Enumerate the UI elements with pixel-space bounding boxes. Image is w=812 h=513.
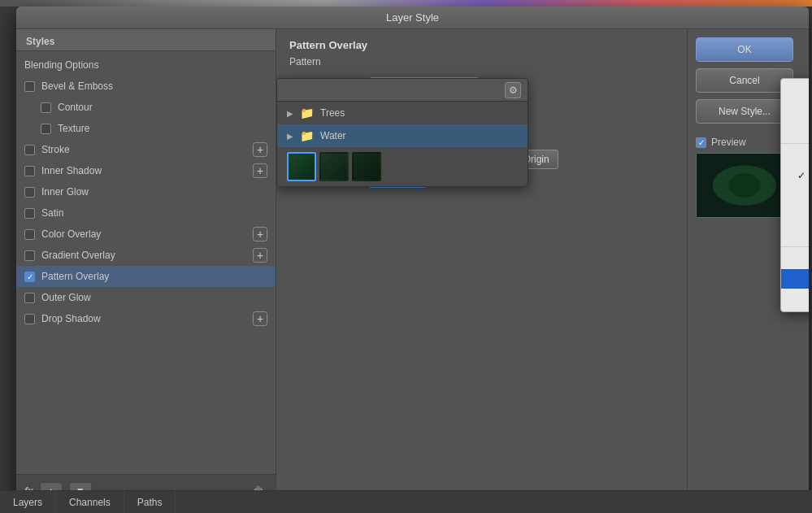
gradient-overlay-label: Gradient Overlay xyxy=(41,250,253,261)
drop-shadow-label: Drop Shadow xyxy=(41,313,253,324)
trees-arrow-icon: ▶ xyxy=(287,109,293,118)
ctx-separator-2 xyxy=(781,246,809,247)
tree-header: ⚙ xyxy=(277,79,528,102)
satin-checkbox[interactable] xyxy=(24,208,35,219)
inner-shadow-plus-button[interactable]: + xyxy=(253,163,267,178)
bevel-emboss-label: Bevel & Emboss xyxy=(41,80,267,92)
svg-point-2 xyxy=(728,173,760,198)
stroke-plus-button[interactable]: + xyxy=(253,142,267,157)
ctx-small-list[interactable]: Small List xyxy=(781,205,809,224)
ctx-separator-1 xyxy=(781,143,809,144)
top-bar xyxy=(0,0,812,7)
texture-label: Texture xyxy=(58,123,267,134)
pattern-thumbnails xyxy=(277,147,528,186)
pattern-tree-panel: ⚙ ▶ 📁 Trees ▶ 📁 Water xyxy=(276,78,528,187)
color-overlay-checkbox[interactable] xyxy=(24,229,35,240)
small-thumbnail-check: ✓ xyxy=(797,170,809,181)
trees-folder-icon: 📁 xyxy=(300,107,314,120)
pattern-thumb-3[interactable] xyxy=(352,152,381,181)
trees-label: Trees xyxy=(320,107,345,119)
drop-shadow-plus-button[interactable]: + xyxy=(253,311,267,326)
sidebar: Styles Blending Options Bevel & Emboss C… xyxy=(16,29,276,506)
tab-channels[interactable]: Channels xyxy=(56,491,124,513)
main-panel: Pattern Overlay Pattern Blend Mode: Norm… xyxy=(276,29,687,506)
preview-checkbox[interactable]: ✓ xyxy=(696,137,706,148)
preview-label-text: Preview xyxy=(711,137,746,148)
preview-image xyxy=(697,154,792,217)
texture-checkbox[interactable] xyxy=(41,124,51,134)
tree-item-trees[interactable]: ▶ 📁 Trees xyxy=(277,102,528,124)
blending-options-label: Blending Options xyxy=(24,59,267,71)
sidebar-item-satin[interactable]: Satin xyxy=(16,202,276,224)
cancel-button[interactable]: Cancel xyxy=(696,68,793,93)
tree-gear-button[interactable]: ⚙ xyxy=(505,82,521,98)
sidebar-item-gradient-overlay[interactable]: Gradient Overlay + xyxy=(16,245,276,266)
color-overlay-label: Color Overlay xyxy=(41,228,253,240)
pattern-overlay-checkbox[interactable] xyxy=(24,272,35,282)
preview-thumbnail xyxy=(696,153,793,218)
satin-label: Satin xyxy=(41,207,267,219)
sidebar-item-drop-shadow[interactable]: Drop Shadow + xyxy=(16,308,276,329)
title-bar: Layer Style xyxy=(16,7,809,29)
stroke-checkbox[interactable] xyxy=(24,145,35,155)
gradient-overlay-checkbox[interactable] xyxy=(24,250,35,261)
color-overlay-plus-button[interactable]: + xyxy=(253,227,267,241)
tab-layers[interactable]: Layers xyxy=(0,491,56,513)
sidebar-item-inner-shadow[interactable]: Inner Shadow + xyxy=(16,160,276,181)
ctx-small-thumbnail[interactable]: ✓ Small Thumbnail xyxy=(781,166,809,185)
panel-subtitle: Pattern xyxy=(289,56,674,67)
tree-item-water[interactable]: ▶ 📁 Water xyxy=(277,124,528,147)
sidebar-item-bevel-emboss[interactable]: Bevel & Emboss xyxy=(16,76,276,97)
sidebar-item-inner-glow[interactable]: Inner Glow xyxy=(16,181,276,202)
ctx-export-patterns[interactable]: Export Selected Patterns... xyxy=(781,289,809,308)
ctx-delete-pattern[interactable]: Delete Pattern... xyxy=(781,121,809,141)
ctx-rename-pattern[interactable]: Rename Pattern... xyxy=(781,102,809,121)
contour-checkbox[interactable] xyxy=(41,102,51,113)
inner-shadow-checkbox[interactable] xyxy=(24,166,35,176)
sidebar-item-blending-options[interactable]: Blending Options xyxy=(16,54,276,76)
ctx-import-patterns[interactable]: Import Patterns... xyxy=(781,269,809,289)
drop-shadow-checkbox[interactable] xyxy=(24,314,35,324)
new-style-button[interactable]: New Style... xyxy=(696,99,793,124)
dialog-body: Styles Blending Options Bevel & Emboss C… xyxy=(16,29,809,506)
sidebar-item-contour[interactable]: Contour xyxy=(16,97,276,118)
context-menu: New Pattern... Rename Pattern... Delete … xyxy=(780,78,809,312)
sidebar-item-texture[interactable]: Texture xyxy=(16,118,276,139)
stroke-label: Stroke xyxy=(41,144,253,155)
pattern-thumb-2[interactable] xyxy=(319,152,349,181)
inner-glow-checkbox[interactable] xyxy=(24,187,35,198)
gradient-overlay-plus-button[interactable]: + xyxy=(253,248,267,263)
pattern-thumb-1[interactable] xyxy=(287,152,316,181)
bottom-tabs: Layers Channels Paths xyxy=(0,490,812,513)
ok-button[interactable]: OK xyxy=(696,37,793,62)
water-label: Water xyxy=(320,130,346,141)
bevel-emboss-checkbox[interactable] xyxy=(24,81,35,92)
layer-style-dialog: Layer Style Styles Blending Options Beve… xyxy=(16,7,809,506)
ctx-large-thumbnail[interactable]: Large Thumbnail xyxy=(781,185,809,205)
content-area: Pattern Overlay Pattern Blend Mode: Norm… xyxy=(276,29,809,506)
ctx-large-list[interactable]: Large List xyxy=(781,224,809,244)
sidebar-item-pattern-overlay[interactable]: Pattern Overlay xyxy=(16,266,276,287)
sidebar-header: Styles xyxy=(16,29,276,51)
sidebar-item-outer-glow[interactable]: Outer Glow xyxy=(16,287,276,308)
panel-title: Pattern Overlay xyxy=(289,39,674,51)
sidebar-item-color-overlay[interactable]: Color Overlay + xyxy=(16,224,276,245)
sidebar-item-stroke[interactable]: Stroke + xyxy=(16,139,276,160)
ctx-append-default[interactable]: Append Default Patterns... xyxy=(781,250,809,269)
pattern-overlay-label: Pattern Overlay xyxy=(41,271,267,282)
water-folder-icon: 📁 xyxy=(300,129,314,142)
outer-glow-checkbox[interactable] xyxy=(24,293,35,303)
sidebar-items: Blending Options Bevel & Emboss Contour … xyxy=(16,51,276,474)
water-arrow-icon: ▶ xyxy=(287,132,293,141)
inner-shadow-label: Inner Shadow xyxy=(41,165,253,176)
inner-glow-label: Inner Glow xyxy=(41,186,267,198)
outer-glow-label: Outer Glow xyxy=(41,292,267,303)
ctx-new-pattern[interactable]: New Pattern... xyxy=(781,82,809,102)
preview-svg xyxy=(697,153,792,218)
ctx-text-only[interactable]: Text Only xyxy=(781,146,809,166)
tab-paths[interactable]: Paths xyxy=(124,491,176,513)
dialog-title: Layer Style xyxy=(386,11,439,24)
contour-label: Contour xyxy=(58,102,267,113)
